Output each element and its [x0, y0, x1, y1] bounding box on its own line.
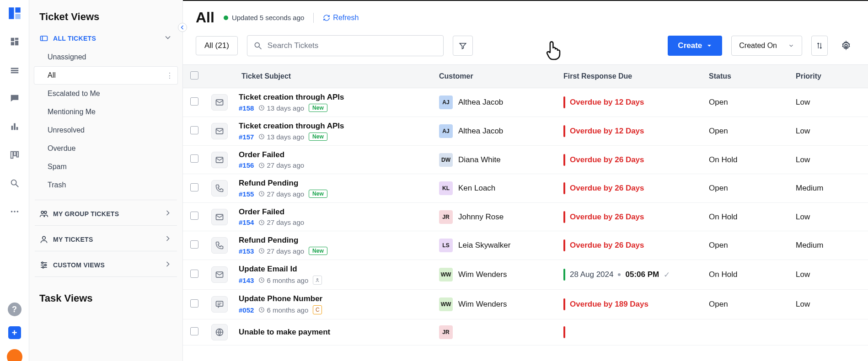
- settings-button[interactable]: [837, 36, 855, 56]
- ticket-id[interactable]: #157: [239, 133, 254, 141]
- nav-group-custom-views[interactable]: CUSTOM VIEWS: [29, 253, 182, 275]
- svg-point-31: [255, 42, 259, 47]
- sidebar-item[interactable]: Spam: [34, 158, 178, 176]
- table-row[interactable]: Refund Pending#15327 days agoNewLSLeia S…: [183, 231, 868, 260]
- table-row[interactable]: Ticket creation through APIs#15713 days …: [183, 117, 868, 146]
- app-logo[interactable]: [7, 5, 22, 21]
- table-row[interactable]: Ticket creation through APIs#15813 days …: [183, 88, 868, 117]
- col-customer[interactable]: Customer: [434, 65, 552, 88]
- nav-group-my-tickets[interactable]: MY TICKETS: [29, 228, 182, 249]
- person-badge: [313, 276, 322, 285]
- due-overdue: Overdue by 189 Days: [563, 298, 698, 310]
- col-due[interactable]: First Response Due: [552, 65, 703, 88]
- ticket-id[interactable]: #156: [239, 161, 254, 169]
- task-views-heading: Task Views: [29, 279, 182, 308]
- search-input[interactable]: [247, 35, 444, 56]
- sidebar-item[interactable]: Escalated to Me: [34, 85, 178, 103]
- table-row[interactable]: Order Failed#15627 days agoDWDiana White…: [183, 146, 868, 174]
- rail-search-icon[interactable]: [7, 175, 22, 191]
- row-checkbox[interactable]: [190, 327, 198, 335]
- sidebar-item[interactable]: Overdue: [34, 139, 178, 158]
- sidebar-item[interactable]: Trash: [34, 176, 178, 194]
- ticket-id[interactable]: #052: [239, 306, 254, 314]
- time-ago: 6 months ago: [258, 306, 308, 314]
- row-checkbox[interactable]: [190, 212, 198, 220]
- due-overdue: [563, 326, 698, 338]
- sort-direction-button[interactable]: [811, 36, 828, 56]
- svg-point-18: [11, 211, 12, 212]
- sort-arrows-icon: [816, 42, 823, 49]
- nav-group-all-tickets[interactable]: ALL TICKETS: [29, 27, 182, 48]
- mail-icon: [211, 94, 228, 111]
- select-all-checkbox[interactable]: [190, 71, 198, 80]
- sidebar: Ticket Views ALL TICKETS UnassignedAll⋮E…: [29, 0, 183, 361]
- customer-name: Ken Loach: [458, 184, 495, 193]
- filter-button[interactable]: [453, 36, 473, 56]
- col-subject[interactable]: Ticket Subject: [233, 65, 434, 88]
- sidebar-item[interactable]: Unresolved: [34, 121, 178, 139]
- svg-line-17: [16, 185, 18, 187]
- table-row[interactable]: Update Email Id#1436 months agoWWWim Wen…: [183, 260, 868, 290]
- phone-icon: [211, 237, 228, 254]
- row-checkbox[interactable]: [190, 154, 198, 163]
- customer-avatar: LS: [439, 239, 453, 252]
- ticket-id[interactable]: #154: [239, 218, 254, 226]
- svg-point-33: [845, 44, 847, 47]
- customer-name: Althea Jacob: [458, 127, 503, 136]
- table-row[interactable]: Update Phone Number#0526 months agoCWWWi…: [183, 290, 868, 319]
- row-checkbox[interactable]: [190, 240, 198, 249]
- row-checkbox[interactable]: [190, 97, 198, 106]
- ticket-id[interactable]: #158: [239, 104, 254, 112]
- row-checkbox[interactable]: [190, 126, 198, 134]
- ticket-subject: Ticket creation through APIs: [239, 93, 428, 102]
- table-row[interactable]: Refund Pending#15527 days agoNewKLKen Lo…: [183, 174, 868, 203]
- rail-tickets-icon[interactable]: [7, 62, 22, 78]
- customer-name: Wim Wenders: [458, 270, 507, 279]
- rail-chat-icon[interactable]: [7, 90, 22, 106]
- chevron-right-icon: [163, 208, 172, 219]
- ticket-id[interactable]: #153: [239, 247, 254, 255]
- rail-more-icon[interactable]: [7, 204, 22, 219]
- quick-add-button[interactable]: +: [8, 326, 21, 339]
- user-avatar[interactable]: [7, 349, 22, 361]
- ticket-id[interactable]: #143: [239, 276, 254, 284]
- chevron-down-icon: [163, 33, 172, 43]
- collapse-sidebar-button[interactable]: [178, 23, 187, 32]
- table-row[interactable]: Unable to make paymentJR: [183, 319, 868, 345]
- svg-rect-0: [9, 7, 14, 19]
- ticket-id[interactable]: #155: [239, 190, 254, 198]
- row-checkbox[interactable]: [190, 299, 198, 308]
- row-checkbox[interactable]: [190, 183, 198, 191]
- create-button[interactable]: Create: [668, 36, 722, 56]
- nav-group-label: ALL TICKETS: [53, 35, 96, 42]
- col-status[interactable]: Status: [703, 65, 790, 88]
- sidebar-item[interactable]: Mentioning Me: [34, 103, 178, 121]
- time-ago: 13 days ago: [258, 133, 304, 141]
- rail-reports-icon[interactable]: [7, 119, 22, 134]
- due-overdue: Overdue by 12 Days: [563, 125, 698, 137]
- refresh-button[interactable]: Refresh: [323, 14, 359, 22]
- svg-rect-9: [11, 72, 18, 74]
- sidebar-item[interactable]: All⋮: [34, 66, 178, 85]
- svg-rect-3: [11, 38, 14, 41]
- sidebar-item[interactable]: Unassigned: [34, 48, 178, 66]
- rail-kanban-icon[interactable]: [7, 147, 22, 163]
- col-priority[interactable]: Priority: [790, 65, 868, 88]
- rail-dashboard-icon[interactable]: [7, 34, 22, 49]
- nav-group-my-group[interactable]: MY GROUP TICKETS: [29, 202, 182, 223]
- help-icon[interactable]: ?: [8, 303, 21, 316]
- view-chip-all[interactable]: All (21): [196, 36, 238, 55]
- mail-icon: [211, 123, 228, 139]
- status-cell: Open: [703, 88, 790, 117]
- kebab-icon[interactable]: ⋮: [166, 71, 173, 80]
- new-badge: New: [309, 104, 327, 112]
- table-row[interactable]: Order Failed#15427 days agoJRJohnny Rose…: [183, 203, 868, 231]
- priority-cell: Medium: [790, 174, 868, 203]
- status-cell: On Hold: [703, 203, 790, 231]
- svg-point-20: [16, 211, 18, 212]
- row-checkbox[interactable]: [190, 270, 198, 278]
- svg-rect-13: [11, 152, 13, 159]
- sort-select[interactable]: Created On: [731, 36, 802, 56]
- customer-avatar: WW: [439, 268, 453, 281]
- caret-down-icon: [707, 43, 712, 48]
